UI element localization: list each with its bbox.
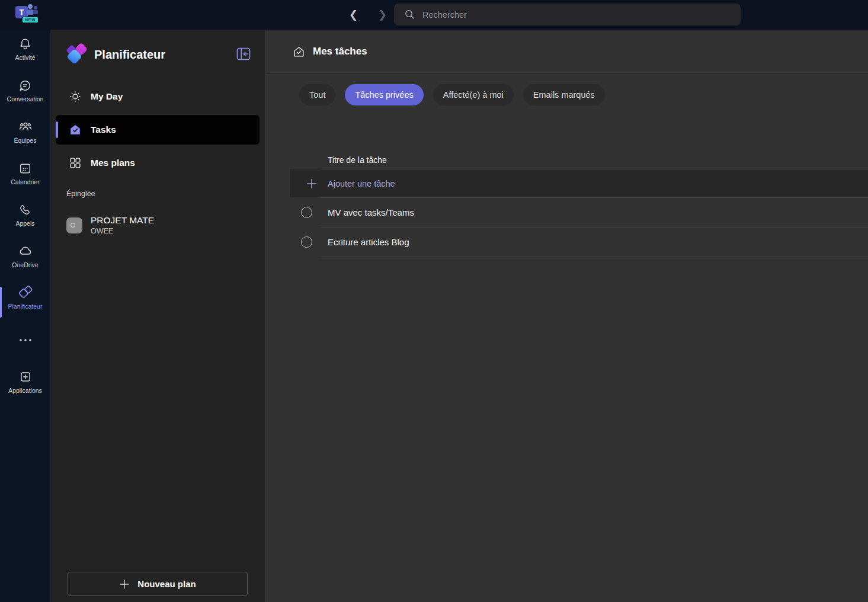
chat-icon: [18, 77, 33, 94]
tasks-house-check-icon: [69, 123, 82, 136]
planner-sidebar: Planificateur: [50, 30, 266, 602]
rail-item-label: Applications: [8, 387, 42, 394]
sidebar-item-label: Mes plans: [91, 158, 135, 168]
rail-more-options[interactable]: [0, 333, 50, 347]
sidebar-header: Planificateur: [50, 30, 265, 66]
row-divider: [321, 257, 868, 257]
planner-icon: [18, 284, 33, 301]
pinned-plan-text: PROJET MATE OWEE: [91, 215, 154, 235]
tab-private-tasks[interactable]: Tâches privées: [345, 84, 423, 105]
page-title: Mes tâches: [313, 46, 367, 57]
main-header: Mes tâches: [266, 30, 868, 74]
teams-new-badge: NEW: [22, 17, 39, 23]
teams-app-window: T NEW ❮ ❯ Acti: [0, 0, 868, 602]
pinned-plan-title: PROJET MATE: [91, 215, 154, 226]
history-navigation: ❮ ❯: [345, 0, 390, 30]
task-list: Titre de la tâche Ajouter une tâche MV a…: [266, 151, 868, 257]
main-panel: Mes tâches Tout Tâches privées Affecté(e…: [266, 30, 868, 602]
grid-icon: [69, 156, 82, 169]
cloud-icon: [18, 243, 33, 260]
teams-person-icon: [28, 4, 33, 9]
more-horizontal-icon: [19, 338, 32, 342]
complete-task-checkbox[interactable]: [301, 207, 312, 218]
rail-item-label: Appels: [15, 220, 34, 227]
people-icon: [18, 119, 33, 135]
task-title: MV avec tasks/Teams: [328, 207, 414, 217]
rail-item-planner[interactable]: Planificateur: [0, 284, 50, 319]
phone-icon: [18, 201, 33, 218]
new-plan-button[interactable]: Nouveau plan: [68, 572, 248, 596]
app-rail: Activité Conversation: [0, 30, 50, 602]
rail-item-calls[interactable]: Appels: [0, 201, 50, 236]
back-chevron-icon[interactable]: ❮: [345, 8, 361, 21]
selected-indicator: [0, 287, 2, 318]
rail-item-label: Conversation: [7, 95, 44, 103]
forward-chevron-icon[interactable]: ❯: [374, 8, 390, 21]
sidebar-item-my-day[interactable]: My Day: [56, 82, 260, 111]
bell-icon: [18, 36, 33, 52]
pinned-plan-projet-mate[interactable]: PROJET MATE OWEE: [50, 210, 265, 241]
rail-item-label: Équipes: [14, 137, 37, 144]
rail-item-calendar[interactable]: Calendrier: [0, 160, 50, 194]
sidebar-item-tasks[interactable]: Tasks: [56, 115, 260, 145]
app-title: Planificateur: [94, 48, 236, 62]
rail-item-chat[interactable]: Conversation: [0, 77, 50, 111]
rail-item-onedrive[interactable]: OneDrive: [0, 243, 50, 277]
pinned-plan-subtitle: OWEE: [91, 227, 154, 235]
plan-avatar: [66, 217, 82, 233]
tab-assigned-to-me[interactable]: Affecté(e) à moi: [433, 84, 514, 105]
complete-task-checkbox[interactable]: [301, 236, 312, 248]
top-bar: T NEW ❮ ❯: [0, 0, 868, 30]
rail-item-apps[interactable]: Applications: [0, 369, 50, 403]
column-header-task-title: Titre de la tâche: [266, 151, 868, 169]
task-title: Ecriture articles Blog: [328, 237, 409, 247]
filter-tabs: Tout Tâches privées Affecté(e) à moi Ema…: [266, 84, 868, 105]
add-task-row[interactable]: Ajouter une tâche: [290, 169, 868, 197]
search-input[interactable]: [422, 10, 707, 20]
search-box[interactable]: [394, 4, 741, 25]
sidebar-item-label: My Day: [91, 91, 123, 102]
search-icon: [405, 9, 415, 20]
sidebar-nav: My Day Tasks: [50, 82, 265, 181]
rail-item-label: Planificateur: [8, 303, 43, 310]
teams-person-icon: [34, 6, 37, 9]
rail-item-label: Calendrier: [11, 178, 39, 185]
tab-flagged-emails[interactable]: Emails marqués: [523, 84, 605, 105]
calendar-icon: [18, 160, 33, 177]
collapse-sidebar-button[interactable]: [236, 47, 251, 62]
task-row[interactable]: MV avec tasks/Teams: [290, 198, 868, 227]
teams-logo[interactable]: T NEW: [15, 3, 41, 28]
selected-indicator: [56, 121, 58, 138]
tab-all[interactable]: Tout: [299, 84, 335, 105]
teams-person-icon: [33, 10, 38, 14]
rail-item-activity[interactable]: Activité: [0, 36, 50, 70]
new-plan-label: Nouveau plan: [137, 579, 196, 589]
planner-logo-icon: [66, 44, 90, 65]
pinned-section-label: Épinglée: [50, 190, 265, 198]
collapse-panel-icon: [236, 47, 251, 60]
apps-plus-icon: [18, 369, 33, 385]
my-tasks-icon: [293, 46, 305, 58]
sidebar-item-label: Tasks: [91, 124, 116, 135]
rail-item-label: OneDrive: [12, 261, 38, 268]
rail-item-teams[interactable]: Équipes: [0, 119, 50, 153]
sidebar-spacer: [50, 241, 265, 572]
plus-icon: [306, 178, 318, 190]
plus-icon: [119, 579, 130, 590]
sidebar-item-my-plans[interactable]: Mes plans: [56, 148, 260, 178]
sun-icon: [69, 90, 82, 103]
rail-item-label: Activité: [15, 54, 36, 61]
task-row[interactable]: Ecriture articles Blog: [290, 228, 868, 257]
add-task-label: Ajouter une tâche: [328, 179, 395, 188]
